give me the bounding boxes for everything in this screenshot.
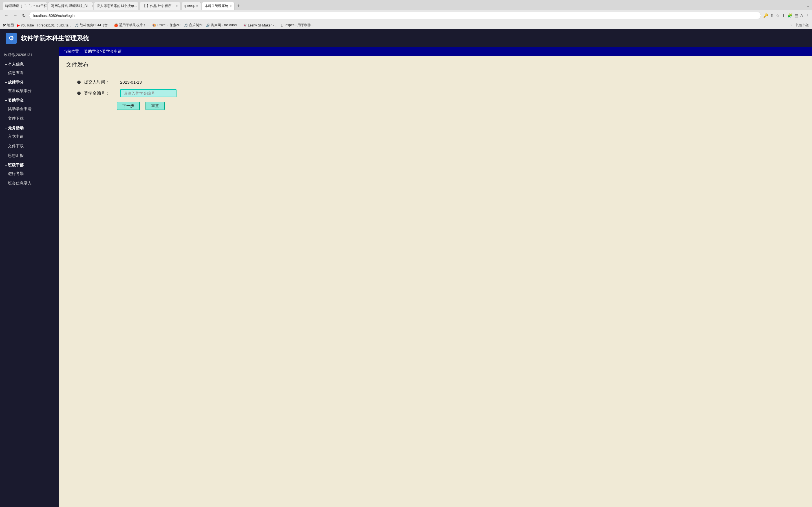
sidebar-section-grades[interactable]: －成绩学分	[0, 78, 59, 86]
scholarship-id-input[interactable]	[120, 89, 176, 97]
tab-writing[interactable]: 写网站赚钱-哔哩哔哩_Bi... ×	[48, 2, 93, 10]
app-title: 软件学院本科生管理系统	[21, 34, 89, 43]
sidebar-item-party-report[interactable]: 思想汇报	[0, 151, 59, 161]
music-icon: 🎵	[184, 23, 188, 27]
tab-close-1[interactable]: ×	[92, 4, 93, 8]
reset-button[interactable]: 重置	[146, 102, 165, 110]
sidebar-item-party-download[interactable]: 文件下载	[0, 142, 59, 151]
tab-expand-icon[interactable]: ⌄	[806, 4, 810, 8]
submit-time-value: 2023-01-13	[120, 80, 142, 84]
sidebar-item-class-info[interactable]: 班会信息录入	[0, 179, 59, 188]
extension-icon[interactable]: 🧩	[788, 13, 792, 18]
piskel-icon: 🎨	[152, 23, 156, 27]
tab-management[interactable]: 本科生管理系统 ×	[202, 2, 235, 10]
sidebar-section-class[interactable]: －班级干部	[0, 161, 59, 169]
bullet-icon	[77, 80, 81, 84]
main-content: 当前位置： 奖助学金>奖学金申请 文件发布 提交人时间： 2023-01-13 …	[59, 47, 812, 507]
map-icon: 🗺	[3, 23, 6, 27]
bookmark-regex[interactable]: R regex101: build, te...	[37, 23, 71, 27]
next-step-button[interactable]: 下一步	[117, 102, 140, 110]
sidebar-item-grades-view[interactable]: 查看成绩学分	[0, 86, 59, 96]
app-body: 欢迎你,20206131 －个人信息 信息查看 －成绩学分 查看成绩学分 －奖助…	[0, 47, 812, 507]
bookmark-bgm[interactable]: 🎵 战斗免费BGM（音...	[75, 23, 110, 27]
welcome-text: 欢迎你,20206131	[0, 50, 59, 60]
key-icon: 🔑	[763, 13, 768, 18]
button-row: 下一步 重置	[117, 102, 805, 110]
tab-bilibili[interactable]: 哔哩哔哩（゜-゜）つロ干杯~ ×	[2, 2, 47, 10]
scholarship-id-row: 奖学金编号：	[77, 89, 805, 97]
submit-time-label: 提交人时间：	[84, 79, 118, 85]
address-bar-row: ← → ↻ localhost:8080/nchu/login 🔑 ⬆ ☆ ⬇ …	[0, 10, 812, 21]
bookmarks-folder[interactable]: 其他书签	[796, 23, 809, 27]
lospec-icon: L	[281, 23, 283, 27]
tab-title[interactable]: $Title$ ×	[181, 2, 201, 10]
bookmark-map[interactable]: 🗺 地图	[3, 23, 14, 27]
bookmarks-more-button[interactable]: »	[790, 23, 792, 27]
bookmark-star-icon[interactable]: ☆	[776, 13, 779, 18]
browser-chrome: 哔哩哔哩（゜-゜）つロ干杯~ × 写网站赚钱-哔哩哔哩_Bi... × 没人愿意…	[0, 0, 812, 29]
taosheng-icon: 🔊	[206, 23, 210, 27]
bookmark-leshy[interactable]: 👻 Leshy SFMaker - ...	[243, 23, 277, 27]
scholarship-id-label: 奖学金编号：	[84, 91, 118, 96]
bookmark-taosheng[interactable]: 🔊 淘声网 - toSound...	[206, 23, 239, 27]
bookmark-piskel[interactable]: 🎨 Piskel - 像素2D	[152, 23, 181, 27]
bgm-icon: 🎵	[75, 23, 79, 27]
apple-icon: 🍎	[114, 23, 118, 27]
sidebar-section-party[interactable]: －党务活动	[0, 123, 59, 132]
submit-time-row: 提交人时间： 2023-01-13	[77, 79, 805, 85]
sidebar-item-scholarship-download[interactable]: 文件下载	[0, 114, 59, 123]
tab-bar: 哔哩哔哩（゜-゜）つロ干杯~ × 写网站赚钱-哔哩哔哩_Bi... × 没人愿意…	[0, 0, 812, 10]
breadcrumb: 当前位置： 奖助学金>奖学金申请	[59, 47, 812, 56]
bullet-icon-2	[77, 92, 81, 95]
regex-icon: R	[37, 23, 40, 27]
address-bar[interactable]: localhost:8080/nchu/login	[29, 12, 761, 19]
address-bar-icons: 🔑 ⬆ ☆ ⬇ 🧩 ▤ A ⋮	[763, 13, 809, 18]
app-wrapper: ⚙ 软件学院本科生管理系统 欢迎你,20206131 －个人信息 信息查看 －成…	[0, 29, 812, 507]
form-area: 提交人时间： 2023-01-13 奖学金编号： 下一步 重置	[66, 76, 805, 110]
app-header: ⚙ 软件学院本科生管理系统	[0, 29, 812, 47]
bookmark-music[interactable]: 🎵 音乐制作	[184, 23, 202, 27]
content-area: 文件发布 提交人时间： 2023-01-13 奖学金编号：	[59, 56, 812, 115]
tab-close-3[interactable]: ×	[176, 4, 177, 8]
sidebar-item-scholarship-apply[interactable]: 奖助学金申请	[0, 104, 59, 114]
reload-button[interactable]: ↻	[21, 12, 27, 19]
app-logo: ⚙	[6, 33, 17, 44]
bookmark-lospec[interactable]: L Lospec - 用于制作...	[281, 23, 314, 27]
download-icon[interactable]: ⬇	[782, 13, 785, 18]
bookmarks-bar: 🗺 地图 ▶ YouTube R regex101: build, te... …	[0, 21, 812, 29]
tab-close-5[interactable]: ×	[230, 4, 232, 8]
sidebar-item-party-apply[interactable]: 入党申请	[0, 132, 59, 142]
sidebar-section-scholarship[interactable]: －奖助学金	[0, 96, 59, 104]
tab-close-4[interactable]: ×	[196, 4, 198, 8]
forward-button[interactable]: →	[12, 12, 18, 18]
bookmark-apple[interactable]: 🍎 适用于苹果芯片了...	[114, 23, 149, 27]
sidebar: 欢迎你,20206131 －个人信息 信息查看 －成绩学分 查看成绩学分 －奖助…	[0, 47, 59, 507]
share-icon[interactable]: ⬆	[770, 13, 774, 18]
sidebar-item-attendance[interactable]: 进行考勤	[0, 169, 59, 179]
profile-icon[interactable]: A	[801, 13, 803, 18]
leshy-icon: 👻	[243, 23, 247, 27]
tab-secret[interactable]: 没人愿意透露的14个接单... ×	[94, 2, 139, 10]
bookmark-youtube[interactable]: ▶ YouTube	[17, 23, 34, 27]
sidebar-section-personal[interactable]: －个人信息	[0, 60, 59, 68]
new-tab-button[interactable]: +	[235, 3, 242, 9]
sidebar-icon[interactable]: ▤	[795, 13, 798, 18]
menu-icon[interactable]: ⋮	[805, 13, 809, 18]
tab-upload[interactable]: 【 】作品上传-程序... ×	[139, 2, 181, 10]
sidebar-item-info-view[interactable]: 信息查看	[0, 68, 59, 78]
youtube-icon: ▶	[17, 23, 20, 27]
back-button[interactable]: ←	[3, 12, 10, 18]
section-title: 文件发布	[66, 61, 805, 71]
